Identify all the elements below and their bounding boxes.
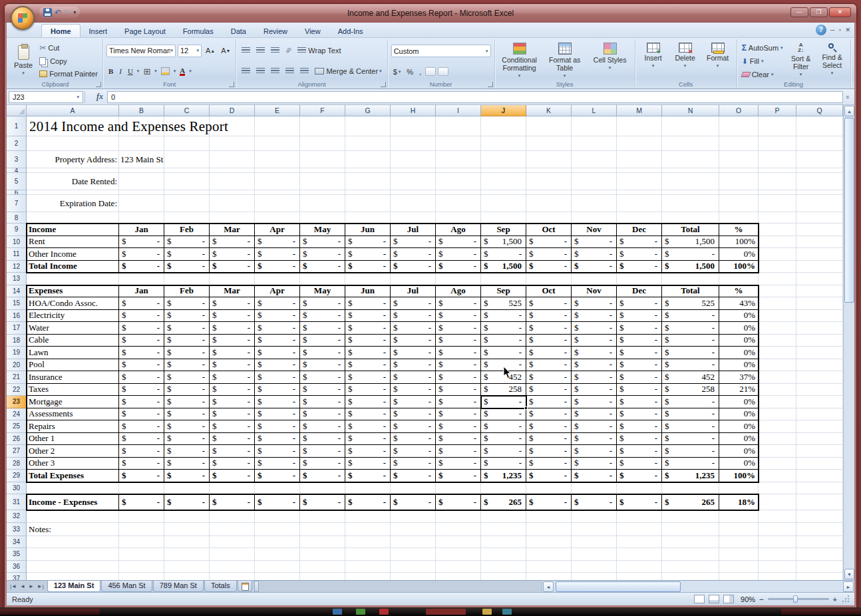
cell-L18[interactable]: $- <box>572 335 617 347</box>
cell-F26[interactable]: $- <box>300 433 345 446</box>
cell-M9[interactable]: Dec <box>617 224 662 236</box>
cell-B11[interactable]: $- <box>119 248 164 261</box>
cell-F11[interactable]: $- <box>300 248 345 261</box>
cell-O20[interactable]: 0% <box>719 359 759 372</box>
align-left-button[interactable] <box>240 67 252 75</box>
cell-I24[interactable]: $- <box>436 408 481 421</box>
cell-I23[interactable]: $- <box>436 396 481 408</box>
cell-N22[interactable]: $258 <box>662 384 719 396</box>
cell-B23[interactable]: $- <box>119 396 164 408</box>
cell-K22[interactable]: $- <box>526 384 572 396</box>
cell-B25[interactable]: $- <box>119 420 164 433</box>
cell-E20[interactable]: $- <box>255 359 300 372</box>
cell-K23[interactable]: $- <box>526 396 572 408</box>
cell-E17[interactable]: $- <box>255 322 300 335</box>
zoom-level[interactable]: 90% <box>738 595 755 603</box>
cell-J25[interactable]: $- <box>481 420 526 433</box>
cell-B15[interactable]: $- <box>119 297 164 310</box>
cell-M11[interactable]: $- <box>617 248 662 261</box>
cell-K15[interactable]: $- <box>526 297 572 310</box>
font-dialog-launcher[interactable] <box>229 82 234 87</box>
formula-input[interactable]: 0 <box>107 91 843 103</box>
font-name-combo[interactable]: Times New Roman▾ <box>106 45 176 57</box>
cell-E16[interactable]: $- <box>255 310 300 323</box>
cell-C23[interactable]: $- <box>164 396 210 408</box>
ribbon-tab-add-ins[interactable]: Add-Ins <box>329 25 372 37</box>
cell-F16[interactable]: $- <box>300 310 345 323</box>
qat-customize-arrow[interactable]: ▾ <box>73 9 76 15</box>
cell-K21[interactable]: $- <box>526 371 572 384</box>
column-header-H[interactable]: H <box>391 105 436 116</box>
cell-E14[interactable]: Apr <box>255 285 300 298</box>
vertical-scroll-thumb[interactable] <box>844 118 854 303</box>
cell-F19[interactable]: $- <box>300 347 345 359</box>
cell-A14[interactable]: Expenses <box>27 285 119 298</box>
cell-O10[interactable]: 100% <box>719 236 759 249</box>
cell-L14[interactable]: Nov <box>572 285 617 298</box>
cell-M12[interactable]: $- <box>617 261 662 273</box>
cell-N11[interactable]: $- <box>662 248 719 261</box>
zoom-out-button[interactable]: − <box>759 595 763 603</box>
cell-O12[interactable]: 100% <box>719 261 759 273</box>
zoom-slider-thumb[interactable] <box>793 595 798 603</box>
row-header-30[interactable]: 30 <box>7 482 27 495</box>
cell-O27[interactable]: 0% <box>719 445 759 458</box>
cell-D29[interactable]: $- <box>210 470 255 482</box>
cell-D26[interactable]: $- <box>210 433 255 446</box>
cell-I20[interactable]: $- <box>436 359 481 372</box>
font-size-combo[interactable]: 12▾ <box>178 45 202 57</box>
cell-H15[interactable]: $- <box>391 297 436 310</box>
cell-E25[interactable]: $- <box>255 420 300 433</box>
cell-O23[interactable]: 0% <box>719 396 759 408</box>
cell-K9[interactable]: Oct <box>526 224 572 236</box>
cell-G9[interactable]: Jun <box>345 224 391 236</box>
shrink-font-button[interactable]: A▼ <box>219 46 232 55</box>
cell-E12[interactable]: $- <box>255 261 300 273</box>
cell-N10[interactable]: $1,500 <box>662 236 719 249</box>
row-header-1[interactable]: 1 <box>7 116 27 136</box>
cell-B9[interactable]: Jan <box>119 224 164 236</box>
cell-M31[interactable]: $- <box>617 494 662 510</box>
cell-G18[interactable]: $- <box>345 335 391 347</box>
cell-B10[interactable]: $- <box>119 236 164 249</box>
cell-G14[interactable]: Jun <box>345 285 391 298</box>
cell-J23[interactable]: $- <box>481 396 526 408</box>
row-header-28[interactable]: 28 <box>7 458 27 470</box>
cell-K18[interactable]: $- <box>526 335 572 347</box>
cell-G25[interactable]: $- <box>345 420 391 433</box>
row-header-26[interactable]: 26 <box>7 433 27 446</box>
cell-M20[interactable]: $- <box>617 359 662 372</box>
cell-J14[interactable]: Sep <box>481 285 526 298</box>
row-header-10[interactable]: 10 <box>7 236 27 249</box>
zoom-slider[interactable] <box>768 598 829 600</box>
cell-O31[interactable]: 18% <box>719 494 759 510</box>
cell-D25[interactable]: $- <box>210 420 255 433</box>
cell-L24[interactable]: $- <box>572 408 617 421</box>
format-cells-button[interactable]: Format▾ <box>703 41 733 80</box>
cell-F10[interactable]: $- <box>300 236 345 249</box>
cell-J10[interactable]: $1,500 <box>481 236 526 249</box>
cell-O21[interactable]: 37% <box>719 371 759 384</box>
cell-F15[interactable]: $- <box>300 297 345 310</box>
cell-N18[interactable]: $- <box>662 335 719 347</box>
cell-N31[interactable]: $265 <box>662 494 719 510</box>
cell-E22[interactable]: $- <box>255 384 300 396</box>
insert-worksheet-tab[interactable] <box>238 581 252 592</box>
cell-E26[interactable]: $- <box>255 433 300 446</box>
insert-function-button[interactable]: fx <box>92 92 107 102</box>
cell-O11[interactable]: 0% <box>719 248 759 261</box>
cell-F21[interactable]: $- <box>300 371 345 384</box>
cell-B22[interactable]: $- <box>119 384 164 396</box>
cell-C12[interactable]: $- <box>164 261 210 273</box>
cell-C11[interactable]: $- <box>164 248 210 261</box>
cell-E19[interactable]: $- <box>255 347 300 359</box>
cell-K27[interactable]: $- <box>526 445 572 458</box>
cell-B17[interactable]: $- <box>119 322 164 335</box>
cell-C22[interactable]: $- <box>164 384 210 396</box>
cell-K26[interactable]: $- <box>526 433 572 446</box>
underline-button[interactable]: U <box>126 67 135 76</box>
cell-A19[interactable]: Lawn <box>27 347 119 359</box>
cell-B14[interactable]: Jan <box>119 285 164 298</box>
close-button[interactable]: ✕ <box>829 7 851 17</box>
cell-G16[interactable]: $- <box>345 310 391 323</box>
